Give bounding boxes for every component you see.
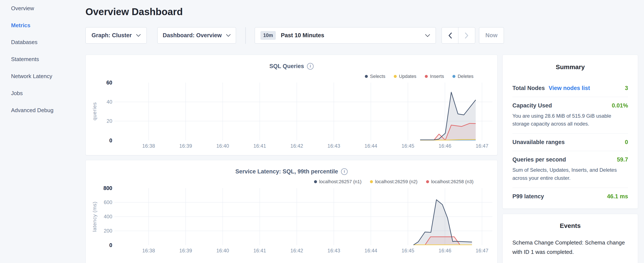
legend-dot-icon <box>425 75 428 78</box>
chart-canvas <box>114 83 492 140</box>
x-tick-label: 16:41 <box>247 143 272 149</box>
x-tick-label: 16:42 <box>284 248 310 254</box>
legend-label: localhost:26257 (n1) <box>319 179 362 184</box>
summary-row-description: You are using 28.6 MiB of 515.9 GiB usab… <box>512 112 628 128</box>
summary-row-value: 3 <box>625 85 628 92</box>
dashboard-dropdown[interactable]: Dashboard: Overview <box>157 27 236 44</box>
legend-label: Updates <box>399 74 416 79</box>
plot-area[interactable] <box>114 188 492 245</box>
y-tick-label: 800 <box>91 185 112 191</box>
legend-label: Selects <box>370 74 385 79</box>
summary-row-description: Sum of Selects, Updates, Inserts, and De… <box>512 166 628 182</box>
graph-dropdown[interactable]: Graph: Cluster <box>86 27 147 44</box>
summary-row-value: 0 <box>625 139 628 146</box>
x-tick-label: 16:45 <box>395 143 421 149</box>
time-window-selector[interactable]: 10m Past 10 Minutes <box>255 27 436 44</box>
time-next-button[interactable] <box>458 28 475 43</box>
service-latency-chart-panel: Service Latency: SQL, 99th percentile i … <box>86 160 498 263</box>
chart-canvas <box>114 188 492 245</box>
plot-area[interactable] <box>114 83 492 140</box>
summary-panel: Summary Total Nodes View nodes list 3 Ca… <box>502 55 638 209</box>
dashboard-dropdown-label: Dashboard: Overview <box>163 32 222 39</box>
legend-dot-icon <box>370 180 373 183</box>
x-tick-label: 16:43 <box>321 143 346 149</box>
y-tick-label: 40 <box>91 99 112 105</box>
x-tick-label: 16:46 <box>432 143 458 149</box>
chevron-right-icon <box>464 32 469 39</box>
x-tick-label: 16:44 <box>358 248 384 254</box>
legend-label: localhost:26259 (n2) <box>375 179 417 184</box>
summary-row-label: Unavailable ranges <box>512 139 565 146</box>
chart-legend: SelectsUpdatesInsertsDeletes <box>365 74 474 79</box>
summary-row-queries-per-second: Queries per second 59.7 Sum of Selects, … <box>512 151 628 188</box>
y-tick-label: 200 <box>91 228 112 234</box>
legend-dot-icon <box>452 75 456 78</box>
sidebar-item-advanced-debug[interactable]: Advanced Debug <box>11 107 53 114</box>
x-tick-label: 16:44 <box>358 143 384 149</box>
view-nodes-link[interactable]: View nodes list <box>549 85 590 92</box>
summary-row-label: Total Nodes <box>512 85 545 92</box>
chevron-down-icon <box>425 34 430 37</box>
event-timestamp: May 13, 2020 at 4:45 PM <box>512 262 628 263</box>
y-tick-label: 400 <box>91 214 112 220</box>
events-title: Events <box>512 222 628 229</box>
sidebar-item-jobs[interactable]: Jobs <box>11 90 23 97</box>
legend-item[interactable]: localhost:26259 (n2) <box>370 179 417 184</box>
sidebar-item-overview[interactable]: Overview <box>11 5 34 12</box>
time-window-badge: 10m <box>260 31 276 40</box>
info-icon[interactable]: i <box>307 63 314 70</box>
legend-item[interactable]: Inserts <box>425 74 444 79</box>
summary-row-total-nodes: Total Nodes View nodes list 3 <box>512 80 628 97</box>
x-tick-label: 16:43 <box>321 248 346 254</box>
series-area-localhost-26257-n1- <box>414 200 472 245</box>
summary-row-label: Capacity Used <box>512 102 552 109</box>
x-tick-label: 16:38 <box>136 143 161 149</box>
legend-item[interactable]: Deletes <box>452 74 474 79</box>
now-button[interactable]: Now <box>479 27 504 44</box>
legend-label: Inserts <box>430 74 444 79</box>
legend-item[interactable]: localhost:26257 (n1) <box>314 179 362 184</box>
chart-legend: localhost:26257 (n1)localhost:26259 (n2)… <box>314 179 474 184</box>
summary-row-unavailable-ranges: Unavailable ranges 0 <box>512 134 628 151</box>
y-tick-label: 60 <box>91 80 112 86</box>
time-pager <box>442 27 475 44</box>
summary-row-value: 59.7 <box>617 156 628 163</box>
x-tick-label: 16:47 <box>469 143 495 149</box>
summary-row-label: Queries per second <box>512 156 566 163</box>
legend-item[interactable]: Updates <box>394 74 416 79</box>
summary-title: Summary <box>512 63 628 71</box>
legend-item[interactable]: Selects <box>365 74 385 79</box>
x-tick-label: 16:47 <box>469 248 495 254</box>
y-tick-label: 0 <box>91 242 112 248</box>
time-window-label: Past 10 Minutes <box>281 32 324 39</box>
y-axis-label: queries <box>92 79 98 143</box>
x-tick-label: 16:46 <box>432 248 458 254</box>
event-list-item[interactable]: Schema Change Completed: Schema change w… <box>512 238 628 263</box>
summary-row-label: P99 latency <box>512 193 544 200</box>
sidebar-item-metrics[interactable]: Metrics <box>11 22 30 29</box>
chevron-left-icon <box>448 32 452 39</box>
summary-row-p99-latency: P99 latency 46.1 ms <box>512 188 628 205</box>
legend-item[interactable]: localhost:26258 (n3) <box>426 179 474 184</box>
sidebar-item-databases[interactable]: Databases <box>11 39 38 46</box>
x-tick-label: 16:42 <box>284 143 310 149</box>
x-tick-label: 16:38 <box>136 248 161 254</box>
legend-dot-icon <box>314 180 317 183</box>
events-panel: Events Schema Change Completed: Schema c… <box>502 214 638 263</box>
sql-queries-chart-panel: SQL Queries i SelectsUpdatesInsertsDelet… <box>86 55 498 155</box>
event-message: Schema Change Completed: Schema change w… <box>512 238 628 256</box>
summary-row-value: 46.1 ms <box>607 193 628 200</box>
info-icon[interactable]: i <box>341 168 348 175</box>
y-tick-label: 20 <box>91 118 112 124</box>
summary-row-capacity-used: Capacity Used 0.01% You are using 28.6 M… <box>512 97 628 134</box>
time-prev-button[interactable] <box>442 28 458 43</box>
sidebar-item-statements[interactable]: Statements <box>11 56 39 63</box>
x-tick-label: 16:39 <box>173 248 198 254</box>
sidebar-item-network-latency[interactable]: Network Latency <box>11 73 52 80</box>
legend-dot-icon <box>394 75 397 78</box>
chevron-down-icon <box>226 34 231 37</box>
sidebar: Overview Metrics Databases Statements Ne… <box>0 0 85 263</box>
y-tick-label: 600 <box>91 199 112 205</box>
legend-dot-icon <box>426 180 429 183</box>
summary-row-value: 0.01% <box>612 102 628 109</box>
